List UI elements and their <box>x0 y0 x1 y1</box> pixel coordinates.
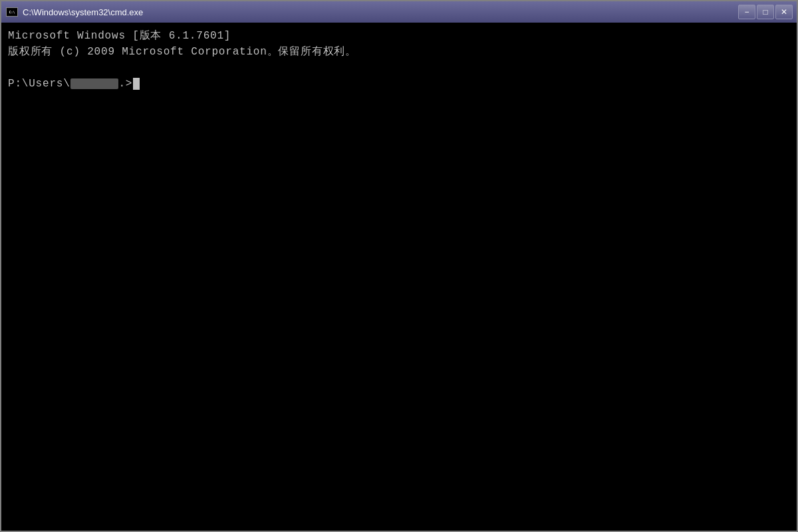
window-title: C:\Windows\system32\cmd.exe <box>23 7 738 17</box>
terminal-line-2: 版权所有 (c) 2009 Microsoft Corporation。保留所有… <box>8 44 790 60</box>
terminal-body[interactable]: Microsoft Windows [版本 6.1.7601] 版权所有 (c)… <box>1 23 797 531</box>
terminal-line-1: Microsoft Windows [版本 6.1.7601] <box>8 28 790 44</box>
close-button[interactable]: ✕ <box>775 5 793 19</box>
prompt-prefix: P:\Users\ <box>8 76 70 92</box>
cmd-icon <box>5 5 19 19</box>
window-controls: − □ ✕ <box>738 5 793 19</box>
title-bar: C:\Windows\system32\cmd.exe − □ ✕ <box>1 1 797 23</box>
cursor-blink <box>133 78 140 90</box>
maximize-button[interactable]: □ <box>757 5 774 19</box>
username-redacted <box>70 78 119 89</box>
minimize-button[interactable]: − <box>738 5 755 19</box>
cmd-window: C:\Windows\system32\cmd.exe − □ ✕ Micros… <box>0 0 798 532</box>
prompt-suffix: .> <box>118 76 132 92</box>
terminal-blank-line <box>8 60 790 76</box>
terminal-prompt-line: P:\Users\ .> <box>8 76 790 92</box>
